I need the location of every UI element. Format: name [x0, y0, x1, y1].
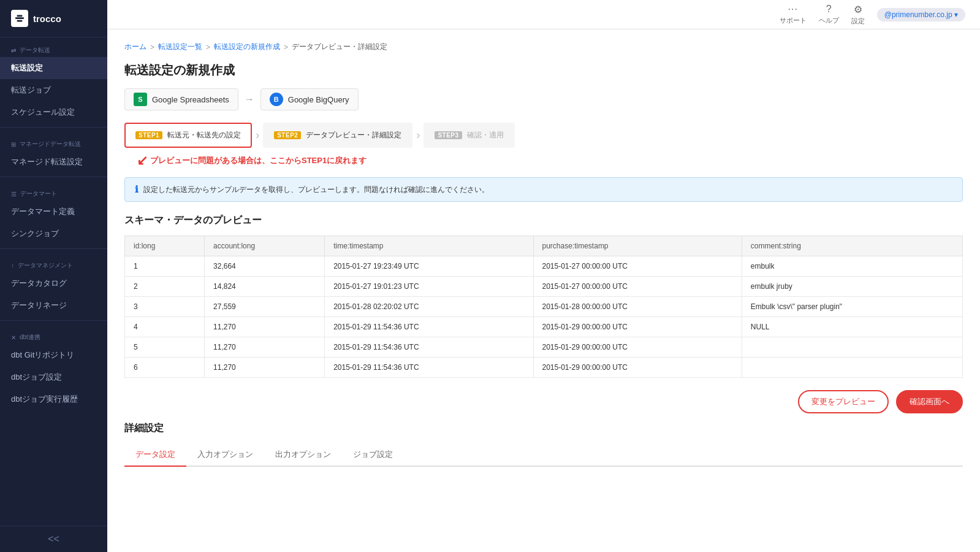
breadcrumb-list[interactable]: 転送設定一覧 [158, 42, 202, 52]
table-row: 214,8242015-01-27 19:01:23 UTC2015-01-27… [125, 277, 963, 297]
info-box: ℹ 設定した転送元からサンプルデータを取得し、プレビューします。問題なければ確認… [124, 177, 963, 202]
step2[interactable]: STEP2 データプレビュー・詳細設定 [263, 123, 412, 148]
cell-3-3: 2015-01-29 00:00:00 UTC [533, 317, 742, 337]
step3-text: 確認・適用 [467, 130, 504, 140]
cell-2-0: 3 [125, 297, 205, 317]
sidebar-item-datamart-def[interactable]: データマート定義 [0, 201, 107, 223]
cell-3-1: 11,270 [205, 317, 325, 337]
tab-input-options[interactable]: 入力オプション [186, 443, 264, 467]
cell-1-2: 2015-01-27 19:01:23 UTC [325, 277, 533, 297]
step1-text: 転送元・転送先の設定 [167, 130, 241, 140]
breadcrumb: ホーム > 転送設定一覧 > 転送設定の新規作成 > データプレビュー・詳細設定 [124, 42, 963, 52]
gear-icon: ⚙ [854, 4, 862, 15]
dbt-section-icon: ✕ [11, 334, 16, 341]
settings-button[interactable]: ⚙ 設定 [851, 4, 865, 26]
table-row: 132,6642015-01-27 19:23:49 UTC2015-01-27… [125, 256, 963, 277]
col-id: id:long [125, 236, 205, 256]
managed-section-icon: ⊞ [11, 141, 16, 148]
col-time: time:timestamp [325, 236, 533, 256]
preview-section-title: スキーマ・データのプレビュー [124, 214, 963, 227]
section-label-managed: ⊞ マネージドデータ転送 [0, 131, 107, 151]
google-spreadsheets-icon: S [134, 93, 147, 106]
pipeline-dest: B Google BigQuery [260, 88, 359, 110]
table-body: 132,6642015-01-27 19:23:49 UTC2015-01-27… [125, 256, 963, 378]
table-header-row: id:long account:long time:timestamp purc… [125, 236, 963, 256]
section-label-datamart: ☰ データマート [0, 181, 107, 201]
breadcrumb-sep-1: > [150, 43, 154, 52]
sidebar-item-dbt-job[interactable]: dbtジョブ設定 [0, 366, 107, 388]
header: ··· サポート ? ヘルプ ⚙ 設定 @primenumber.co.jp ▾ [107, 0, 980, 29]
pipeline-bar: S Google Spreadsheets → B Google BigQuer… [124, 88, 963, 110]
main-area: ··· サポート ? ヘルプ ⚙ 設定 @primenumber.co.jp ▾… [107, 0, 980, 552]
step2-badge: STEP2 [274, 131, 301, 139]
cell-3-4: NULL [742, 317, 962, 337]
sidebar-item-sync-jobs[interactable]: シンクジョブ [0, 223, 107, 245]
breadcrumb-home[interactable]: ホーム [124, 42, 146, 52]
cell-1-1: 14,824 [205, 277, 325, 297]
cell-1-0: 2 [125, 277, 205, 297]
sidebar-item-dbt-git[interactable]: dbt Gitリポジトリ [0, 344, 107, 366]
sidebar-item-catalog[interactable]: データカタログ [0, 272, 107, 294]
pipeline-source: S Google Spreadsheets [124, 88, 238, 110]
breadcrumb-new[interactable]: 転送設定の新規作成 [214, 42, 280, 52]
logo: trocco [0, 0, 107, 37]
sidebar-item-lineage[interactable]: データリネージ [0, 294, 107, 316]
chevron-down-icon: ▾ [954, 10, 958, 19]
step3[interactable]: STEP3 確認・適用 [424, 123, 514, 148]
cell-0-2: 2015-01-27 19:23:49 UTC [325, 256, 533, 277]
sidebar-item-transfer-settings[interactable]: 転送設定 [0, 57, 107, 79]
col-purchase: purchase:timestamp [533, 236, 742, 256]
user-menu[interactable]: @primenumber.co.jp ▾ [877, 8, 965, 21]
section-label-management: ↑ データマネジメント [0, 253, 107, 272]
sidebar: trocco ⇄ データ転送 転送設定 転送ジョブ スケジュール設定 ⊞ マネー… [0, 0, 107, 552]
cell-2-2: 2015-01-28 02:20:02 UTC [325, 297, 533, 317]
sidebar-item-schedule[interactable]: スケジュール設定 [0, 101, 107, 123]
cell-4-2: 2015-01-29 11:54:36 UTC [325, 337, 533, 358]
cell-5-2: 2015-01-29 11:54:36 UTC [325, 358, 533, 378]
step-sep-1: › [252, 129, 263, 142]
annotation-arrow-icon: ↙ [137, 153, 148, 169]
cell-5-0: 6 [125, 358, 205, 378]
cell-5-4 [742, 358, 962, 378]
step1-badge: STEP1 [135, 131, 162, 139]
step3-badge: STEP3 [435, 131, 462, 139]
tab-job-settings[interactable]: ジョブ設定 [342, 443, 404, 467]
detail-section-title: 詳細設定 [124, 422, 963, 435]
svg-rect-2 [17, 20, 23, 22]
management-section-icon: ↑ [11, 263, 14, 269]
divider-1 [0, 127, 107, 128]
sidebar-item-dbt-exec[interactable]: dbtジョブ実行履歴 [0, 388, 107, 410]
transfer-section-icon: ⇄ [11, 47, 16, 54]
preview-button[interactable]: 変更をプレビュー [798, 390, 889, 413]
table-row: 511,2702015-01-29 11:54:36 UTC2015-01-29… [125, 337, 963, 358]
cell-2-4: Embulk \csv\" parser plugin" [742, 297, 962, 317]
section-label-dbt: ✕ dbt連携 [0, 324, 107, 344]
tab-data-settings[interactable]: データ設定 [124, 443, 186, 467]
sidebar-collapse-button[interactable]: << [0, 526, 107, 552]
help-button[interactable]: ? ヘルプ [819, 4, 839, 25]
confirm-button[interactable]: 確認画面へ [896, 390, 963, 413]
support-button[interactable]: ··· サポート [780, 4, 807, 25]
section-label-transfer: ⇄ データ転送 [0, 37, 107, 57]
cell-1-4: embulk jruby [742, 277, 962, 297]
cell-4-0: 5 [125, 337, 205, 358]
cell-4-3: 2015-01-29 00:00:00 UTC [533, 337, 742, 358]
help-icon: ? [826, 4, 832, 15]
cell-4-4 [742, 337, 962, 358]
breadcrumb-sep-2: > [206, 43, 210, 52]
tab-output-options[interactable]: 出力オプション [264, 443, 342, 467]
info-text: 設定した転送元からサンプルデータを取得し、プレビューします。問題なければ確認に進… [143, 185, 489, 195]
page-title: 転送設定の新規作成 [124, 62, 963, 79]
pipeline-arrow: → [245, 94, 254, 105]
step1[interactable]: STEP1 転送元・転送先の設定 [124, 123, 252, 148]
content-area: ホーム > 転送設定一覧 > 転送設定の新規作成 > データプレビュー・詳細設定… [107, 29, 980, 552]
col-comment: comment:string [742, 236, 962, 256]
logo-icon [11, 10, 28, 27]
cell-0-4: embulk [742, 256, 962, 277]
divider-2 [0, 177, 107, 177]
sidebar-item-transfer-jobs[interactable]: 転送ジョブ [0, 79, 107, 101]
sidebar-item-managed-transfer[interactable]: マネージド転送設定 [0, 151, 107, 173]
cell-2-3: 2015-01-28 00:00:00 UTC [533, 297, 742, 317]
divider-4 [0, 320, 107, 321]
dest-label: Google BigQuery [288, 95, 349, 104]
